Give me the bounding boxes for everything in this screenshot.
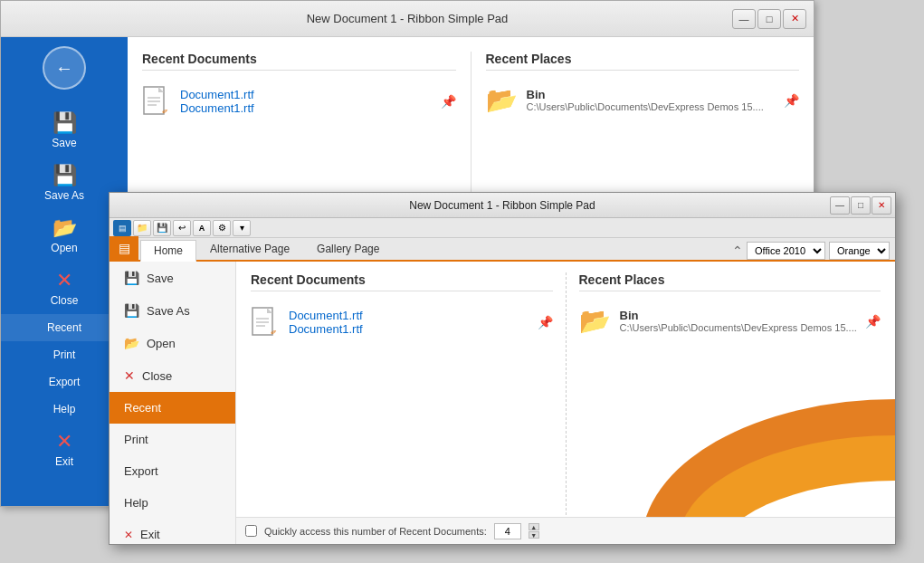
fg-pin-icon[interactable]: 📌 (538, 315, 553, 329)
fg-open-icon: 📂 (124, 336, 139, 350)
bg-pin-icon[interactable]: 📌 (441, 94, 456, 109)
fg-recent-docs-title: Recent Documents (251, 272, 553, 291)
theme-office-select[interactable]: Office 2010 (747, 242, 825, 260)
exit-icon: ✕ (56, 430, 72, 453)
save-as-icon: 💾 (52, 164, 77, 187)
bg-doc-icon: ✏ (142, 87, 171, 116)
bg-maximize-button[interactable]: □ (757, 9, 781, 29)
bg-sidebar-save[interactable]: 💾 Save (1, 104, 128, 157)
fg-place-name[interactable]: Bin (620, 309, 857, 322)
open-icon: 📂 (52, 216, 77, 240)
toolbar-font-button[interactable]: A (193, 220, 211, 236)
bg-title: New Document 1 - Ribbon Simple Pad (307, 12, 509, 25)
fg-maximize-button[interactable]: □ (851, 196, 871, 215)
toolbar-dropdown-button[interactable]: ▾ (233, 220, 251, 236)
bg-titlebar: New Document 1 - Ribbon Simple Pad — □ ✕ (1, 1, 814, 37)
fg-folder-icon: 📂 (579, 306, 611, 336)
fg-doc-item: ✏ Document1.rtf Document1.rtf 📌 (251, 301, 553, 344)
fg-menu-help[interactable]: Help (110, 487, 235, 519)
fg-body: 💾 Save 💾 Save As 📂 Open ✕ Close Recent P… (110, 262, 895, 544)
fg-window-controls: — □ ✕ (830, 196, 891, 215)
recent-docs-count-input[interactable] (494, 523, 521, 539)
toolbar-open-button[interactable]: 📁 (133, 220, 151, 236)
fg-recent-places-title: Recent Places (579, 272, 881, 291)
fg-minimize-button[interactable]: — (830, 196, 850, 215)
recent-docs-checkbox[interactable] (245, 525, 257, 537)
fg-menu-save[interactable]: 💾 Save (110, 262, 235, 294)
bg-doc-name2[interactable]: Document1.rtf (180, 101, 254, 115)
recent-docs-label: Quickly access this number of Recent Doc… (264, 526, 487, 537)
close-icon: ✕ (56, 269, 72, 292)
fg-menu-print[interactable]: Print (110, 424, 235, 455)
bg-recent-docs-title: Recent Documents (142, 52, 456, 71)
fg-menu-open[interactable]: 📂 Open (110, 327, 235, 359)
fg-place-item: 📂 Bin C:\Users\Public\Documents\DevExpre… (579, 301, 881, 341)
fg-content-columns: Recent Documents ✏ (251, 272, 881, 533)
bg-place-item: 📂 Bin C:\Users\Public\Documents\DevExpre… (486, 80, 800, 120)
fg-doc-name2[interactable]: Document1.rtf (289, 322, 363, 336)
fg-menu-recent[interactable]: Recent (110, 392, 235, 424)
svg-text:✏: ✏ (161, 107, 171, 117)
fg-recent-docs-section: Recent Documents ✏ (251, 272, 567, 533)
theme-color-select[interactable]: Orange (829, 242, 890, 260)
count-up-button[interactable]: ▲ (529, 523, 539, 530)
bg-folder-icon: 📂 (486, 85, 518, 115)
fg-place-path: C:\Users\Public\Documents\DevExpress Dem… (620, 322, 857, 333)
fg-titlebar: New Document 1 - Ribbon Simple Pad — □ ✕ (110, 193, 895, 218)
bg-place-pin-icon[interactable]: 📌 (784, 93, 799, 108)
toolbar-undo-button[interactable]: ↩ (173, 220, 191, 236)
fg-menu-export[interactable]: Export (110, 455, 235, 487)
tab-gallery-page[interactable]: Gallery Page (303, 238, 393, 260)
fg-bottom-bar: Quickly access this number of Recent Doc… (236, 517, 895, 544)
bg-place-name[interactable]: Bin (527, 88, 764, 101)
fg-menu-exit[interactable]: ✕ Exit (110, 519, 235, 550)
fg-save-as-icon: 💾 (124, 303, 139, 318)
save-icon: 💾 (52, 111, 77, 135)
fg-doc-icon: ✏ (251, 308, 280, 337)
fg-menu: 💾 Save 💾 Save As 📂 Open ✕ Close Recent P… (110, 262, 236, 544)
toolbar-save-button[interactable]: 💾 (153, 220, 171, 236)
fg-toolbar: ▤ 📁 💾 ↩ A ⚙ ▾ (110, 218, 895, 238)
fg-doc-name1[interactable]: Document1.rtf (289, 309, 363, 322)
fg-exit-icon: ✕ (124, 529, 133, 541)
bg-back-button[interactable]: ← (43, 46, 86, 90)
fg-save-icon: 💾 (124, 271, 139, 285)
fg-content: Recent Documents ✏ (236, 262, 895, 544)
tab-home[interactable]: Home (140, 240, 196, 262)
toolbar-app-button[interactable]: ▤ (113, 220, 131, 236)
ribbon-app-button[interactable]: ▤ (110, 236, 138, 260)
fg-place-pin-icon[interactable]: 📌 (865, 314, 881, 329)
bg-place-path: C:\Users\Public\Documents\DevExpress Dem… (527, 101, 764, 112)
fg-title: New Document 1 - Ribbon Simple Pad (409, 199, 595, 212)
fg-menu-close[interactable]: ✕ Close (110, 359, 235, 392)
fg-close-icon: ✕ (124, 368, 135, 383)
fg-close-button[interactable]: ✕ (872, 196, 891, 215)
ribbon-right-controls: ⌃ Office 2010 Orange (732, 242, 895, 260)
bg-minimize-button[interactable]: — (732, 9, 756, 29)
fg-recent-places-section: Recent Places 📂 Bin C:\Users\Public\Docu… (567, 272, 881, 533)
bg-doc-item: ✏ Document1.rtf Document1.rtf 📌 (142, 80, 456, 123)
tab-alternative-page[interactable]: Alternative Page (196, 238, 303, 260)
foreground-window: New Document 1 - Ribbon Simple Pad — □ ✕… (109, 192, 896, 545)
bg-window-controls: — □ ✕ (732, 9, 806, 29)
fg-menu-save-as[interactable]: 💾 Save As (110, 294, 235, 327)
bg-recent-places-title: Recent Places (486, 52, 800, 71)
fg-ribbon-tabs: ▤ Home Alternative Page Gallery Page ⌃ O… (110, 238, 895, 262)
count-down-button[interactable]: ▼ (529, 531, 539, 539)
bg-close-button[interactable]: ✕ (783, 9, 806, 29)
toolbar-settings-button[interactable]: ⚙ (213, 220, 231, 236)
svg-text:✏: ✏ (270, 328, 280, 338)
bg-doc-name1[interactable]: Document1.rtf (180, 88, 254, 101)
